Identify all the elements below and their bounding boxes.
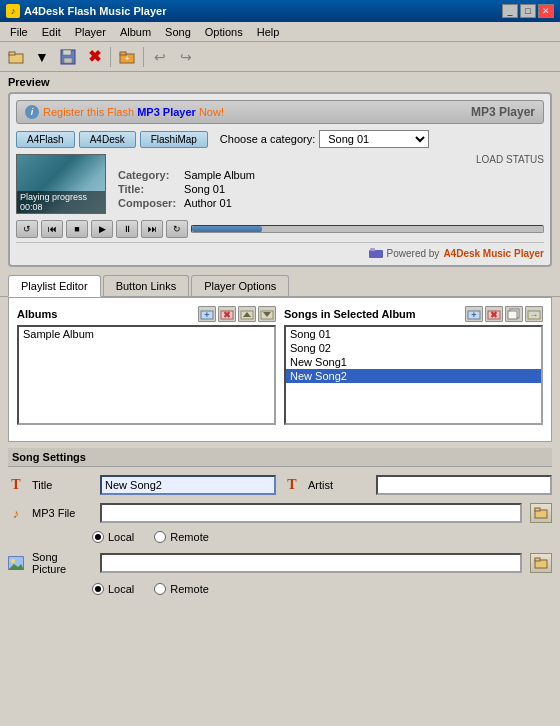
song-item-2[interactable]: New Song1 <box>286 355 541 369</box>
mp3-label: MP3 File <box>32 507 92 519</box>
artist-field-icon: T <box>284 477 300 493</box>
tab-button-links[interactable]: Button Links <box>103 275 190 296</box>
window-title: A4Desk Flash Music Player <box>24 5 166 17</box>
ctrl-play-button[interactable]: ▶ <box>91 220 113 238</box>
picture-local-label: Local <box>108 583 134 595</box>
composer-info-value: Author 01 <box>180 196 259 210</box>
toolbar-folder-button[interactable]: + <box>115 46 139 68</box>
menu-album[interactable]: Album <box>114 25 157 39</box>
songs-copy-button[interactable] <box>505 306 523 322</box>
svg-rect-27 <box>535 508 540 511</box>
thumbnail-caption: Playing progress 00:08 <box>17 191 105 213</box>
player-progress-bar[interactable] <box>191 225 544 233</box>
svg-text:✖: ✖ <box>490 310 498 320</box>
mp3-radio-group: Local Remote <box>92 531 552 543</box>
app-icon: ♪ <box>6 4 20 18</box>
footer-brand: A4Desk Music Player <box>443 248 544 259</box>
songs-add-button[interactable]: + <box>465 306 483 322</box>
menu-player[interactable]: Player <box>69 25 112 39</box>
toolbar-save-button[interactable] <box>56 46 80 68</box>
mp3-remote-radio[interactable] <box>154 531 166 543</box>
song-settings-section: Song Settings T Title T Artist ♪ MP3 Fil… <box>0 442 560 609</box>
picture-file-input[interactable] <box>100 553 522 573</box>
close-button[interactable]: ✕ <box>538 4 554 18</box>
ctrl-prev-button[interactable]: ⏮ <box>41 220 63 238</box>
songs-title: Songs in Selected Album <box>284 308 416 320</box>
category-label: Choose a category: <box>220 133 315 145</box>
albums-list[interactable]: Sample Album <box>17 325 276 425</box>
albums-remove-button[interactable]: ✖ <box>218 306 236 322</box>
svg-rect-4 <box>64 58 72 63</box>
menu-song[interactable]: Song <box>159 25 197 39</box>
svg-rect-33 <box>535 558 540 561</box>
mp3-browse-button[interactable] <box>530 503 552 523</box>
window-controls: _ □ ✕ <box>502 4 554 18</box>
svg-text:✖: ✖ <box>223 310 231 320</box>
songs-list[interactable]: Song 01 Song 02 New Song1 New Song2 <box>284 325 543 425</box>
title-field-input[interactable] <box>100 475 276 495</box>
minimize-button[interactable]: _ <box>502 4 518 18</box>
ctrl-stop-button[interactable]: ■ <box>66 220 88 238</box>
toolbar-separator-2 <box>143 47 144 67</box>
toolbar-undo-button[interactable]: ↩ <box>148 46 172 68</box>
picture-local-radio[interactable] <box>92 583 104 595</box>
picture-remote-radio[interactable] <box>154 583 166 595</box>
song-item-1[interactable]: Song 02 <box>286 341 541 355</box>
title-field-label: Title <box>32 479 92 491</box>
albums-panel: Albums + ✖ Sample Albu <box>17 306 276 425</box>
artist-field-input[interactable] <box>376 475 552 495</box>
toolbar-redo-button[interactable]: ↪ <box>174 46 198 68</box>
artist-field-label: Artist <box>308 479 368 491</box>
album-item-0[interactable]: Sample Album <box>19 327 274 341</box>
svg-point-30 <box>11 559 15 563</box>
player-controls: ↺ ⏮ ■ ▶ ⏸ ⏭ ↻ <box>16 220 544 238</box>
menu-file[interactable]: File <box>4 25 34 39</box>
mp3-file-input[interactable] <box>100 503 522 523</box>
songs-panel-header: Songs in Selected Album + ✖ → <box>284 306 543 322</box>
preview-section: Preview i Register this Flash MP3 Player… <box>0 72 560 275</box>
toolbar-dropdown-button[interactable]: ▼ <box>30 46 54 68</box>
tab-player-options[interactable]: Player Options <box>191 275 289 296</box>
song-item-0[interactable]: Song 01 <box>286 327 541 341</box>
menu-help[interactable]: Help <box>251 25 286 39</box>
albums-up-button[interactable] <box>238 306 256 322</box>
player-footer: Powered by A4Desk Music Player <box>16 242 544 259</box>
picture-local-option[interactable]: Local <box>92 583 134 595</box>
picture-remote-option[interactable]: Remote <box>154 583 209 595</box>
toolbar-separator <box>110 47 111 67</box>
ctrl-rewind-button[interactable]: ↺ <box>16 220 38 238</box>
mp3-local-radio[interactable] <box>92 531 104 543</box>
nav-flashimap-button[interactable]: FlashiMap <box>140 131 208 148</box>
menu-options[interactable]: Options <box>199 25 249 39</box>
svg-rect-23 <box>508 311 517 319</box>
ctrl-next-button[interactable]: ⏭ <box>141 220 163 238</box>
player-content: Playing progress 00:08 LOAD STATUS Categ… <box>16 154 544 214</box>
tab-playlist-editor[interactable]: Playlist Editor <box>8 275 101 297</box>
nav-a4flash-button[interactable]: A4Flash <box>16 131 75 148</box>
svg-text:+: + <box>471 310 476 320</box>
playlist-editor-content: Albums + ✖ Sample Albu <box>8 297 552 442</box>
toolbar-open-button[interactable] <box>4 46 28 68</box>
song-item-3[interactable]: New Song2 <box>286 369 541 383</box>
albums-add-button[interactable]: + <box>198 306 216 322</box>
category-select[interactable]: Song 01 Song 02 New Song1 New Song2 <box>319 130 429 148</box>
picture-browse-button[interactable] <box>530 553 552 573</box>
ctrl-pause-button[interactable]: ⏸ <box>116 220 138 238</box>
mp3-local-option[interactable]: Local <box>92 531 134 543</box>
albums-panel-header: Albums + ✖ <box>17 306 276 322</box>
player-container: i Register this Flash MP3 Player Now! MP… <box>8 92 552 267</box>
maximize-button[interactable]: □ <box>520 4 536 18</box>
svg-text:+: + <box>204 310 209 320</box>
svg-rect-1 <box>9 52 15 55</box>
player-nav: A4Flash A4Desk FlashiMap Choose a catego… <box>16 130 544 148</box>
mp3-remote-option[interactable]: Remote <box>154 531 209 543</box>
songs-remove-button[interactable]: ✖ <box>485 306 503 322</box>
toolbar-stop-button[interactable]: ✖ <box>82 46 106 68</box>
albums-down-button[interactable] <box>258 306 276 322</box>
nav-a4desk-button[interactable]: A4Desk <box>79 131 136 148</box>
menu-bar: File Edit Player Album Song Options Help <box>0 22 560 42</box>
menu-edit[interactable]: Edit <box>36 25 67 39</box>
albums-panel-buttons: + ✖ <box>198 306 276 322</box>
ctrl-loop-button[interactable]: ↻ <box>166 220 188 238</box>
songs-move-button[interactable]: → <box>525 306 543 322</box>
